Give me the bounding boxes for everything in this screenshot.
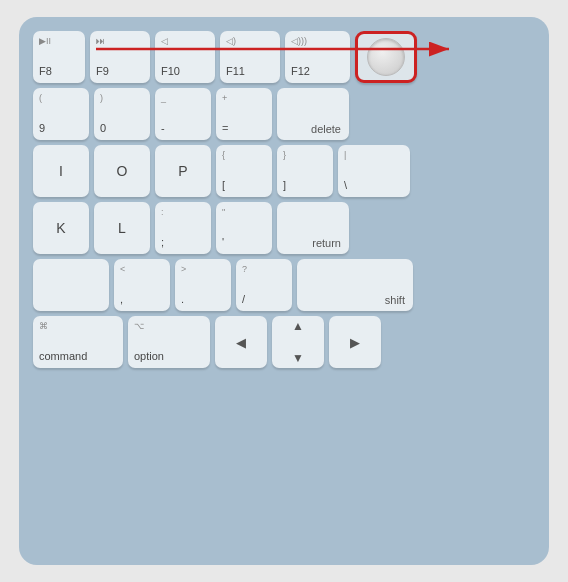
key-0[interactable]: ) 0 — [94, 88, 150, 140]
key-backslash[interactable]: | \ — [338, 145, 410, 197]
key-o[interactable]: O — [94, 145, 150, 197]
key-minus-bottom: - — [161, 122, 205, 135]
f12-label: F12 — [291, 65, 344, 78]
key-f8[interactable]: ▶II F8 — [33, 31, 85, 83]
key-l-label: L — [118, 220, 126, 236]
arrow-left-icon: ◀ — [236, 335, 246, 350]
period-bottom: . — [181, 293, 225, 306]
period-top: > — [181, 264, 225, 275]
key-9-bottom: 9 — [39, 122, 83, 135]
key-f9[interactable]: ⏭ F9 — [90, 31, 150, 83]
uiop-row: I O P { [ } ] | \ — [33, 145, 535, 197]
key-option[interactable]: ⌥ option — [128, 316, 210, 368]
key-equals-top: + — [222, 93, 266, 104]
bracket-close-top: } — [283, 150, 327, 161]
key-k[interactable]: K — [33, 202, 89, 254]
key-comma[interactable]: < , — [114, 259, 170, 311]
key-quote[interactable]: " ' — [216, 202, 272, 254]
key-arrow-right[interactable]: ▶ — [329, 316, 381, 368]
delete-label: delete — [311, 123, 341, 135]
f8-icon-label: ▶II — [39, 36, 79, 47]
f11-icon: ◁) — [226, 36, 274, 47]
backslash-bottom: \ — [344, 179, 404, 192]
bracket-open-bottom: [ — [222, 179, 266, 192]
touchid-sensor — [367, 38, 405, 76]
f8-label: F8 — [39, 65, 79, 78]
command-label: command — [39, 350, 117, 363]
function-row: ▶II F8 ⏭ F9 ◁ F10 ◁) F11 ◁))) F1 — [33, 31, 535, 83]
f9-label: F9 — [96, 65, 144, 78]
key-touchid[interactable] — [355, 31, 417, 83]
key-o-label: O — [117, 163, 128, 179]
f9-icon: ⏭ — [96, 36, 144, 47]
key-command[interactable]: ⌘ command — [33, 316, 123, 368]
key-i[interactable]: I — [33, 145, 89, 197]
shift-row: < , > . ? / shift — [33, 259, 535, 311]
key-f12[interactable]: ◁))) F12 — [285, 31, 350, 83]
key-shift-right[interactable]: shift — [297, 259, 413, 311]
key-0-top: ) — [100, 93, 144, 104]
quote-bottom: ' — [222, 236, 266, 249]
arrow-right-icon: ▶ — [350, 335, 360, 350]
key-9[interactable]: ( 9 — [33, 88, 89, 140]
key-p-label: P — [178, 163, 187, 179]
f11-label: F11 — [226, 65, 274, 78]
bracket-close-bottom: ] — [283, 179, 327, 192]
bracket-open-top: { — [222, 150, 266, 161]
key-bracket-close[interactable]: } ] — [277, 145, 333, 197]
key-i-label: I — [59, 163, 63, 179]
key-delete[interactable]: delete — [277, 88, 349, 140]
option-icon: ⌥ — [134, 321, 204, 332]
semicolon-top: : — [161, 207, 205, 218]
shift-right-label: shift — [385, 294, 405, 306]
key-shift-left[interactable] — [33, 259, 109, 311]
comma-bottom: , — [120, 293, 164, 306]
return-label: return — [312, 237, 341, 249]
key-minus-top: _ — [161, 93, 205, 104]
key-k-label: K — [56, 220, 65, 236]
option-label: option — [134, 350, 204, 363]
comma-top: < — [120, 264, 164, 275]
key-equals-bottom: = — [222, 122, 266, 135]
f10-icon: ◁ — [161, 36, 209, 47]
key-slash[interactable]: ? / — [236, 259, 292, 311]
arrow-up-icon: ▲ — [292, 320, 304, 332]
arrow-down-icon: ▼ — [292, 352, 304, 364]
key-f11[interactable]: ◁) F11 — [220, 31, 280, 83]
key-f10[interactable]: ◁ F10 — [155, 31, 215, 83]
key-minus[interactable]: _ - — [155, 88, 211, 140]
keyboard: ▶II F8 ⏭ F9 ◁ F10 ◁) F11 ◁))) F1 — [19, 17, 549, 565]
key-arrow-updown[interactable]: ▲ ▼ — [272, 316, 324, 368]
key-arrow-left[interactable]: ◀ — [215, 316, 267, 368]
key-semicolon[interactable]: : ; — [155, 202, 211, 254]
key-p[interactable]: P — [155, 145, 211, 197]
kl-row: K L : ; " ' return — [33, 202, 535, 254]
slash-bottom: / — [242, 293, 286, 306]
key-bracket-open[interactable]: { [ — [216, 145, 272, 197]
f10-label: F10 — [161, 65, 209, 78]
bottom-row: ⌘ command ⌥ option ◀ ▲ ▼ ▶ — [33, 316, 535, 368]
slash-top: ? — [242, 264, 286, 275]
f12-icon: ◁))) — [291, 36, 344, 47]
key-equals[interactable]: + = — [216, 88, 272, 140]
quote-top: " — [222, 207, 266, 218]
backslash-top: | — [344, 150, 404, 161]
number-row: ( 9 ) 0 _ - + = delete — [33, 88, 535, 140]
key-period[interactable]: > . — [175, 259, 231, 311]
key-return[interactable]: return — [277, 202, 349, 254]
key-0-bottom: 0 — [100, 122, 144, 135]
key-9-top: ( — [39, 93, 83, 104]
key-l[interactable]: L — [94, 202, 150, 254]
command-icon: ⌘ — [39, 321, 117, 332]
semicolon-bottom: ; — [161, 236, 205, 249]
